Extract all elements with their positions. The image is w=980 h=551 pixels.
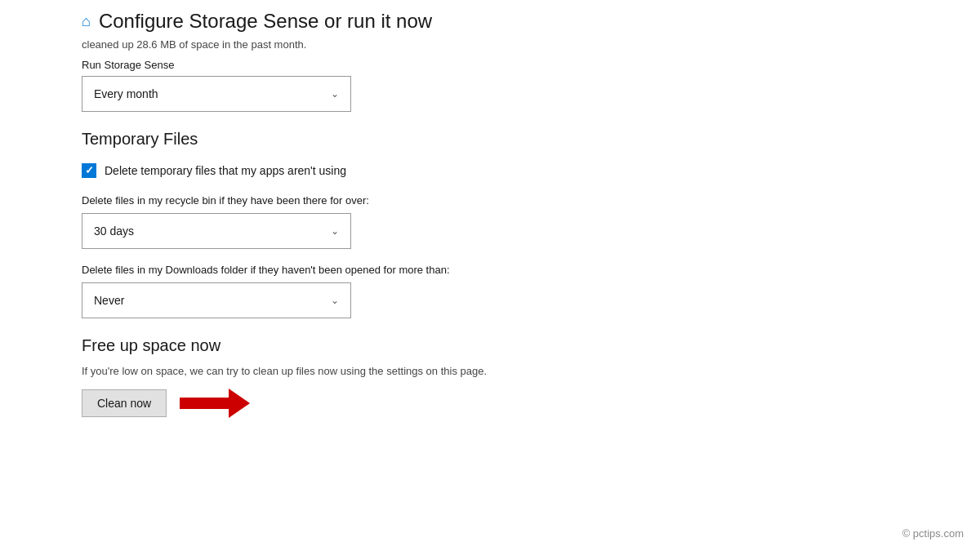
free-space-title: Free up space now — [82, 336, 898, 355]
downloads-value: Never — [94, 294, 124, 307]
delete-temp-label: Delete temporary files that my apps aren… — [105, 164, 346, 177]
recycle-bin-value: 30 days — [94, 224, 134, 238]
run-storage-sense-arrow-icon: ⌄ — [331, 88, 339, 100]
temp-files-title: Temporary Files — [82, 130, 898, 149]
page-title: Configure Storage Sense or run it now — [99, 10, 432, 33]
temp-files-section: Temporary Files ✓ Delete temporary files… — [82, 130, 898, 318]
recycle-bin-group: Delete files in my recycle bin if they h… — [82, 194, 898, 249]
home-icon: ⌂ — [82, 13, 91, 30]
arrow-icon — [180, 389, 250, 418]
clean-now-button[interactable]: Clean now — [82, 389, 167, 417]
run-storage-sense-label: Run Storage Sense — [82, 59, 898, 71]
arrow-head — [229, 389, 250, 418]
downloads-group: Delete files in my Downloads folder if t… — [82, 264, 898, 318]
downloads-arrow-icon: ⌄ — [331, 295, 339, 306]
arrow-body — [180, 398, 229, 409]
free-space-desc: If you're low on space, we can try to cl… — [82, 365, 898, 377]
free-space-section: Free up space now If you're low on space… — [82, 336, 898, 418]
run-storage-sense-value: Every month — [94, 87, 158, 100]
header-section: ⌂ Configure Storage Sense or run it now — [82, 0, 898, 37]
downloads-dropdown[interactable]: Never ⌄ — [82, 282, 351, 318]
checkmark-icon: ✓ — [85, 165, 94, 176]
downloads-label: Delete files in my Downloads folder if t… — [82, 264, 898, 276]
delete-temp-checkbox-row[interactable]: ✓ Delete temporary files that my apps ar… — [82, 163, 898, 178]
recycle-bin-dropdown[interactable]: 30 days ⌄ — [82, 213, 351, 249]
recycle-bin-label: Delete files in my recycle bin if they h… — [82, 194, 898, 207]
delete-temp-checkbox[interactable]: ✓ — [82, 163, 96, 178]
clean-now-row: Clean now — [82, 389, 898, 418]
recycle-bin-arrow-icon: ⌄ — [331, 225, 339, 237]
watermark: © pctips.com — [902, 527, 964, 540]
subtitle-text: cleaned up 28.6 MB of space in the past … — [82, 38, 898, 51]
run-storage-sense-dropdown[interactable]: Every month ⌄ — [82, 76, 351, 112]
page-container: ⌂ Configure Storage Sense or run it now … — [0, 0, 980, 551]
